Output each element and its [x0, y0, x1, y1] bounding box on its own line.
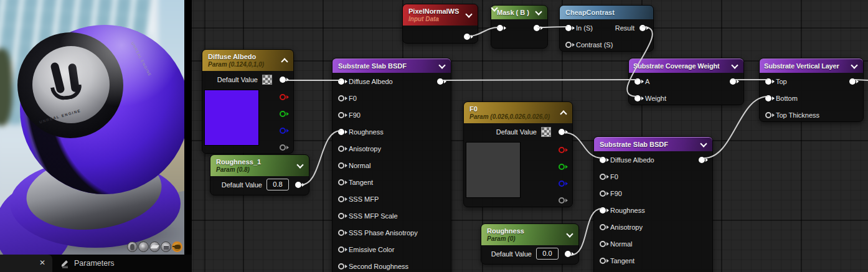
- output-pin-r[interactable]: [280, 94, 286, 100]
- tab-first[interactable]: ✕: [0, 255, 52, 272]
- bottom-tab-bar: ✕ Parameters: [0, 255, 192, 272]
- input-pin[interactable]: [338, 95, 344, 101]
- input-pin[interactable]: [338, 129, 344, 135]
- node-pixelnormalws[interactable]: PixelNormalWS Input Data: [402, 4, 478, 44]
- color-preview[interactable]: [466, 142, 521, 198]
- output-pin[interactable]: [699, 157, 705, 163]
- chevron-down-icon[interactable]: [701, 141, 707, 148]
- output-pin-g[interactable]: [559, 164, 565, 170]
- output-pin-b[interactable]: [559, 181, 565, 187]
- node-subtitle: Param (0.026,0.026,0.026,0): [469, 113, 550, 121]
- node-title: Substrate Vertical Layer: [764, 62, 839, 70]
- output-pin[interactable]: [280, 77, 286, 83]
- input-pin[interactable]: [338, 230, 344, 236]
- pin-row: F0: [333, 90, 451, 106]
- output-pin[interactable]: [437, 78, 443, 85]
- mesh-sphere-button[interactable]: [138, 242, 149, 252]
- chevron-down-icon[interactable]: [297, 162, 303, 169]
- input-pin[interactable]: [338, 213, 344, 219]
- close-icon[interactable]: ✕: [37, 258, 47, 268]
- node-substrate-slab-bsdf-2[interactable]: Substrate Slab BSDF Diffuse Albedo F0 F9…: [593, 136, 713, 272]
- chevron-up-icon[interactable]: [281, 57, 288, 63]
- input-pin[interactable]: [338, 179, 344, 185]
- wire-verticallayer-out[interactable]: [855, 80, 868, 80]
- node-roughness-param[interactable]: Roughness Param (0) Default Value 0.0: [481, 223, 579, 265]
- output-pin[interactable]: [849, 78, 856, 85]
- tab-parameters[interactable]: Parameters: [60, 255, 115, 272]
- chevron-down-icon[interactable]: [732, 63, 738, 69]
- input-pin[interactable]: [338, 146, 344, 152]
- node-header[interactable]: Roughness Param (0): [481, 224, 578, 245]
- output-pin[interactable]: [565, 251, 571, 257]
- wire-mask-to-cheapcontrast[interactable]: [538, 27, 567, 27]
- input-pin[interactable]: [338, 112, 344, 118]
- node-substrate-vertical-layer[interactable]: Substrate Vertical Layer Top Bottom Top …: [759, 58, 864, 122]
- input-pin[interactable]: [600, 190, 606, 197]
- input-pin[interactable]: [600, 224, 606, 230]
- chevron-down-icon[interactable]: [851, 63, 857, 69]
- input-pin[interactable]: [338, 263, 344, 270]
- mesh-teapot-button[interactable]: [172, 242, 182, 252]
- node-substrate-slab-bsdf-1[interactable]: Substrate Slab BSDF Diffuse Albedo F0 F9…: [332, 58, 451, 272]
- node-cheapcontrast[interactable]: CheapContrast In (S) Result Contrast (S): [559, 5, 654, 52]
- chevron-down-icon[interactable]: [439, 63, 445, 69]
- mesh-cube-button[interactable]: [161, 242, 171, 252]
- node-roughness-1-param[interactable]: Roughness_1 Param (0.8) Default Value 0.…: [210, 154, 309, 195]
- mesh-cylinder-button[interactable]: [127, 242, 138, 252]
- checker-swatch[interactable]: [262, 75, 272, 85]
- value-input[interactable]: 0.8: [267, 179, 289, 190]
- color-preview[interactable]: [204, 90, 259, 146]
- node-header[interactable]: Diffuse Albedo Param (0.124,0,1,0): [202, 50, 293, 71]
- input-pin-contrast-s[interactable]: [565, 42, 572, 48]
- node-title: Roughness: [487, 227, 524, 235]
- input-pin[interactable]: [600, 207, 606, 213]
- chevron-down-icon[interactable]: [516, 37, 522, 42]
- node-header[interactable]: Substrate Coverage Weight: [629, 59, 743, 73]
- node-header[interactable]: Mask ( B ): [491, 6, 547, 19]
- chevron-down-icon[interactable]: [466, 12, 472, 18]
- input-pin[interactable]: [600, 174, 606, 180]
- node-header[interactable]: CheapContrast: [560, 6, 653, 19]
- output-pin[interactable]: [559, 129, 565, 135]
- input-pin[interactable]: [338, 162, 344, 169]
- material-preview-viewport[interactable]: UNREAL ENGINE UNREAL ENGINE: [0, 0, 184, 255]
- node-f0-param[interactable]: F0 Param (0.026,0.026,0.026,0) Default V…: [463, 101, 573, 207]
- node-diffuse-albedo-param[interactable]: Diffuse Albedo Param (0.124,0,1,0) Defau…: [202, 49, 294, 154]
- output-pin-a[interactable]: [280, 144, 286, 151]
- output-pin-b[interactable]: [280, 128, 286, 134]
- mesh-plane-button[interactable]: [149, 242, 160, 252]
- pin-row: Tangent: [594, 252, 712, 269]
- node-substrate-coverage-weight[interactable]: Substrate Coverage Weight A Weight: [628, 58, 744, 105]
- chevron-up-icon[interactable]: [560, 110, 567, 116]
- wire-slab1-to-coverage-a[interactable]: [443, 80, 637, 80]
- node-header[interactable]: PixelNormalWS Input Data: [403, 4, 478, 26]
- input-pin[interactable]: [338, 246, 344, 253]
- input-pin[interactable]: [600, 241, 606, 247]
- node-title: F0: [469, 105, 478, 113]
- pin-row: Roughness: [333, 123, 451, 140]
- node-header[interactable]: Substrate Slab BSDF: [333, 59, 451, 73]
- input-pin[interactable]: [338, 196, 344, 202]
- pin-label: Top: [776, 78, 787, 85]
- node-header[interactable]: F0 Param (0.026,0.026,0.026,0): [464, 102, 572, 123]
- output-pin-r[interactable]: [559, 147, 565, 153]
- checker-swatch[interactable]: [541, 127, 551, 137]
- input-pin[interactable]: [338, 78, 344, 85]
- node-header[interactable]: Roughness_1 Param (0.8): [210, 155, 309, 176]
- node-header[interactable]: Substrate Vertical Layer: [760, 59, 863, 73]
- input-pin[interactable]: [600, 258, 606, 264]
- input-pin[interactable]: [765, 112, 771, 118]
- chevron-down-icon[interactable]: [535, 9, 542, 16]
- value-input[interactable]: 0.0: [536, 248, 559, 260]
- input-pin[interactable]: [765, 95, 771, 101]
- input-pin[interactable]: [634, 78, 641, 85]
- output-pin[interactable]: [464, 34, 470, 40]
- output-pin-result[interactable]: [639, 25, 646, 31]
- node-title: Substrate Slab BSDF: [600, 141, 668, 149]
- output-pin-a[interactable]: [559, 197, 565, 204]
- node-header[interactable]: Substrate Slab BSDF: [594, 137, 712, 151]
- input-pin-in-s[interactable]: [565, 25, 572, 31]
- output-pin-g[interactable]: [280, 111, 286, 117]
- output-pin[interactable]: [730, 78, 736, 85]
- chevron-down-icon[interactable]: [567, 232, 573, 238]
